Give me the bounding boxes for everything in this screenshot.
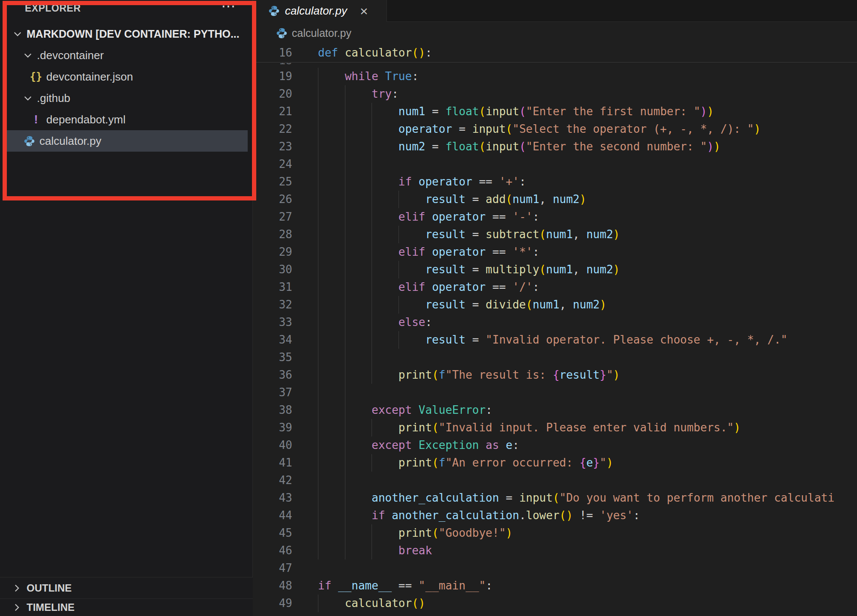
code-line-content[interactable]: [318, 155, 857, 173]
code-line-content[interactable]: else:: [318, 314, 857, 331]
line-number[interactable]: 32: [253, 296, 292, 314]
code-line-20[interactable]: 20 try:: [253, 85, 857, 103]
code-line-32[interactable]: 32 result = divide(num1, num2): [253, 296, 857, 314]
timeline-section-header[interactable]: TIMELINE: [0, 598, 253, 616]
code-line-content[interactable]: except ValueError:: [318, 401, 857, 419]
tab-calculator-py[interactable]: calculator.py ×: [253, 0, 387, 22]
code-line-content[interactable]: if __name__ == "__main__":: [318, 577, 857, 595]
tree-item-.devcontainer[interactable]: .devcontainer: [7, 45, 248, 66]
code-line-content[interactable]: print(f"The result is: {result}"): [318, 366, 857, 384]
line-number[interactable]: 41: [253, 454, 292, 472]
tree-item-.github[interactable]: .github: [7, 87, 248, 109]
code-line-content[interactable]: result = subtract(num1, num2): [318, 226, 857, 243]
code-line-22[interactable]: 22 operator = input("Select the operator…: [253, 120, 857, 138]
code-line-content[interactable]: print("Goodbye!"): [318, 524, 857, 542]
sticky-scroll-line[interactable]: 16def calculator():: [253, 44, 857, 63]
code-line-content[interactable]: print(f"An error occurred: {e}"): [318, 454, 857, 472]
line-number[interactable]: 47: [253, 559, 292, 577]
code-line-40[interactable]: 40 except Exception as e:: [253, 437, 857, 454]
code-line-49[interactable]: 49 calculator(): [253, 595, 857, 612]
line-number[interactable]: 33: [253, 314, 292, 331]
code-line-content[interactable]: another_calculation = input("Do you want…: [318, 489, 857, 507]
code-line-16[interactable]: 16def calculator():: [253, 44, 857, 62]
code-line-48[interactable]: 48if __name__ == "__main__":: [253, 577, 857, 595]
tree-item-dependabot.yml[interactable]: !dependabot.yml: [7, 109, 248, 130]
code-line-content[interactable]: result = add(num1, num2): [318, 191, 857, 208]
line-number[interactable]: 34: [253, 331, 292, 349]
code-line-41[interactable]: 41 print(f"An error occurred: {e}"): [253, 454, 857, 472]
code-line-39[interactable]: 39 print("Invalid input. Please enter va…: [253, 419, 857, 437]
code-line-25[interactable]: 25 if operator == '+':: [253, 173, 857, 191]
tree-item-devcontainer.json[interactable]: {}devcontainer.json: [7, 66, 248, 87]
code-line-26[interactable]: 26 result = add(num1, num2): [253, 191, 857, 208]
line-number[interactable]: 35: [253, 349, 292, 366]
line-number[interactable]: 37: [253, 384, 292, 401]
code-line-37[interactable]: 37: [253, 384, 857, 401]
code-line-content[interactable]: if another_calculation.lower() != 'yes':: [318, 507, 857, 524]
code-line-content[interactable]: except Exception as e:: [318, 437, 857, 454]
line-number[interactable]: 39: [253, 419, 292, 437]
code-line-content[interactable]: elif operator == '*':: [318, 243, 857, 261]
line-number[interactable]: 44: [253, 507, 292, 524]
close-icon[interactable]: ×: [360, 4, 368, 18]
code-line-content[interactable]: calculator(): [318, 595, 857, 612]
code-line-44[interactable]: 44 if another_calculation.lower() != 'ye…: [253, 507, 857, 524]
code-line-45[interactable]: 45 print("Goodbye!"): [253, 524, 857, 542]
code-line-29[interactable]: 29 elif operator == '*':: [253, 243, 857, 261]
code-line-21[interactable]: 21 num1 = float(input("Enter the first n…: [253, 103, 857, 120]
code-line-content[interactable]: elif operator == '/':: [318, 278, 857, 296]
line-number[interactable]: 31: [253, 278, 292, 296]
more-actions-icon[interactable]: ⋯: [221, 0, 237, 15]
line-number[interactable]: 16: [253, 44, 292, 62]
line-number[interactable]: 45: [253, 524, 292, 542]
line-number[interactable]: 25: [253, 173, 292, 191]
line-number[interactable]: 36: [253, 366, 292, 384]
code-line-33[interactable]: 33 else:: [253, 314, 857, 331]
code-line-content[interactable]: result = divide(num1, num2): [318, 296, 857, 314]
code-line-23[interactable]: 23 num2 = float(input("Enter the second …: [253, 138, 857, 155]
line-number[interactable]: 27: [253, 208, 292, 226]
code-line-47[interactable]: 47: [253, 559, 857, 577]
code-line-36[interactable]: 36 print(f"The result is: {result}"): [253, 366, 857, 384]
code-line-34[interactable]: 34 result = "Invalid operator. Please ch…: [253, 331, 857, 349]
code-line-content[interactable]: num2 = float(input("Enter the second num…: [318, 138, 857, 155]
line-number[interactable]: 42: [253, 472, 292, 489]
code-line-28[interactable]: 28 result = subtract(num1, num2): [253, 226, 857, 243]
line-number[interactable]: 23: [253, 138, 292, 155]
code-line-50[interactable]: 50: [253, 612, 857, 616]
code-line-content[interactable]: [318, 349, 857, 366]
code-line-38[interactable]: 38 except ValueError:: [253, 401, 857, 419]
code-editor[interactable]: 19 while True:20 try:21 num1 = float(inp…: [253, 68, 857, 616]
outline-section-header[interactable]: OUTLINE: [0, 577, 253, 598]
line-number[interactable]: 50: [253, 612, 292, 616]
code-line-24[interactable]: 24: [253, 155, 857, 173]
line-number[interactable]: 38: [253, 401, 292, 419]
line-number[interactable]: 21: [253, 103, 292, 120]
line-number[interactable]: 19: [253, 68, 292, 85]
code-line-27[interactable]: 27 elif operator == '-':: [253, 208, 857, 226]
code-line-42[interactable]: 42: [253, 472, 857, 489]
breadcrumb-item[interactable]: calculator.py: [292, 27, 351, 39]
line-number[interactable]: 46: [253, 542, 292, 559]
code-line-46[interactable]: 46 break: [253, 542, 857, 559]
code-line-content[interactable]: [318, 559, 857, 577]
line-number[interactable]: 30: [253, 261, 292, 278]
code-line-content[interactable]: [318, 472, 857, 489]
code-line-content[interactable]: break: [318, 542, 857, 559]
code-line-content[interactable]: [318, 384, 857, 401]
code-line-30[interactable]: 30 result = multiply(num1, num2): [253, 261, 857, 278]
tree-item-calculator.py[interactable]: calculator.py: [7, 130, 248, 152]
code-line-content[interactable]: def calculator():: [318, 44, 857, 62]
code-line-content[interactable]: [318, 612, 857, 616]
code-line-31[interactable]: 31 elif operator == '/':: [253, 278, 857, 296]
code-line-content[interactable]: result = multiply(num1, num2): [318, 261, 857, 278]
code-line-content[interactable]: try:: [318, 85, 857, 103]
code-line-content[interactable]: result = "Invalid operator. Please choos…: [318, 331, 857, 349]
line-number[interactable]: 43: [253, 489, 292, 507]
line-number[interactable]: 49: [253, 595, 292, 612]
line-number[interactable]: 48: [253, 577, 292, 595]
code-line-content[interactable]: elif operator == '-':: [318, 208, 857, 226]
code-line-content[interactable]: print("Invalid input. Please enter valid…: [318, 419, 857, 437]
line-number[interactable]: 24: [253, 155, 292, 173]
code-line-content[interactable]: while True:: [318, 68, 857, 85]
